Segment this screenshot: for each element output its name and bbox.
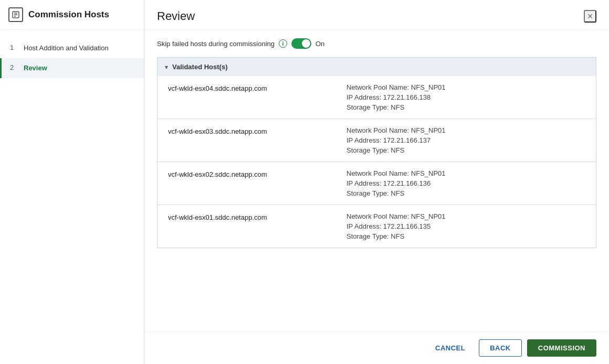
step-1-num: 1 <box>10 44 18 51</box>
chevron-icon: ▾ <box>165 63 168 71</box>
back-button[interactable]: BACK <box>479 339 522 357</box>
toggle-state: On <box>316 40 324 48</box>
validated-hosts-header[interactable]: ▾ Validated Host(s) <box>157 57 596 76</box>
toggle-row: Skip failed hosts during commissioning i… <box>157 38 596 49</box>
host-details: Network Pool Name: NFS_NP01 IP Address: … <box>346 212 446 240</box>
table-row: vcf-wkld-esx01.sddc.netapp.com Network P… <box>158 205 596 248</box>
commission-hosts-icon <box>8 7 23 22</box>
sidebar: Commission Hosts 1 Host Addition and Val… <box>0 0 144 364</box>
step-2-label: Review <box>24 63 47 73</box>
step-2-num: 2 <box>10 63 18 71</box>
host-network-pool: Network Pool Name: NFS_NP01 <box>346 212 446 220</box>
host-network-pool: Network Pool Name: NFS_NP01 <box>346 83 446 91</box>
main-panel: Review × Skip failed hosts during commis… <box>144 0 609 364</box>
page-title: Review <box>157 9 195 23</box>
step-1-label: Host Addition and Validation <box>24 44 109 53</box>
hosts-table: vcf-wkld-esx04.sddc.netapp.com Network P… <box>157 76 596 248</box>
commission-button[interactable]: COMMISSION <box>527 339 596 357</box>
toggle-label: Skip failed hosts during commissioning <box>157 40 275 48</box>
info-icon[interactable]: i <box>279 39 287 48</box>
sidebar-header: Commission Hosts <box>0 0 144 30</box>
main-body: Skip failed hosts during commissioning i… <box>144 30 609 331</box>
host-name: vcf-wkld-esx03.sddc.netapp.com <box>168 126 346 135</box>
main-header: Review × <box>144 0 609 30</box>
table-row: vcf-wkld-esx03.sddc.netapp.com Network P… <box>158 119 596 162</box>
host-ip-address: IP Address: 172.21.166.135 <box>346 222 446 230</box>
host-storage-type: Storage Type: NFS <box>346 189 446 197</box>
cancel-button[interactable]: CANCEL <box>427 340 474 356</box>
host-network-pool: Network Pool Name: NFS_NP01 <box>346 126 446 134</box>
main-footer: CANCEL BACK COMMISSION <box>144 331 609 364</box>
sidebar-item-review[interactable]: 2 Review <box>0 58 144 78</box>
close-button[interactable]: × <box>584 10 596 23</box>
host-ip-address: IP Address: 172.21.166.138 <box>346 93 446 101</box>
sidebar-title: Commission Hosts <box>28 9 109 20</box>
host-details: Network Pool Name: NFS_NP01 IP Address: … <box>346 126 446 154</box>
host-storage-type: Storage Type: NFS <box>346 103 446 111</box>
sidebar-nav: 1 Host Addition and Validation 2 Review <box>0 30 144 87</box>
sidebar-item-host-addition[interactable]: 1 Host Addition and Validation <box>0 38 144 58</box>
host-ip-address: IP Address: 172.21.166.137 <box>346 136 446 144</box>
skip-failed-toggle[interactable] <box>291 38 311 49</box>
host-storage-type: Storage Type: NFS <box>346 146 446 154</box>
validated-hosts-title: Validated Host(s) <box>172 63 227 71</box>
host-storage-type: Storage Type: NFS <box>346 232 446 240</box>
host-network-pool: Network Pool Name: NFS_NP01 <box>346 169 446 177</box>
host-details: Network Pool Name: NFS_NP01 IP Address: … <box>346 83 446 111</box>
host-name: vcf-wkld-esx01.sddc.netapp.com <box>168 212 346 221</box>
host-details: Network Pool Name: NFS_NP01 IP Address: … <box>346 169 446 197</box>
host-ip-address: IP Address: 172.21.166.136 <box>346 179 446 187</box>
host-name: vcf-wkld-esx02.sddc.netapp.com <box>168 169 346 178</box>
host-name: vcf-wkld-esx04.sddc.netapp.com <box>168 83 346 92</box>
table-row: vcf-wkld-esx04.sddc.netapp.com Network P… <box>158 76 596 119</box>
table-row: vcf-wkld-esx02.sddc.netapp.com Network P… <box>158 162 596 205</box>
